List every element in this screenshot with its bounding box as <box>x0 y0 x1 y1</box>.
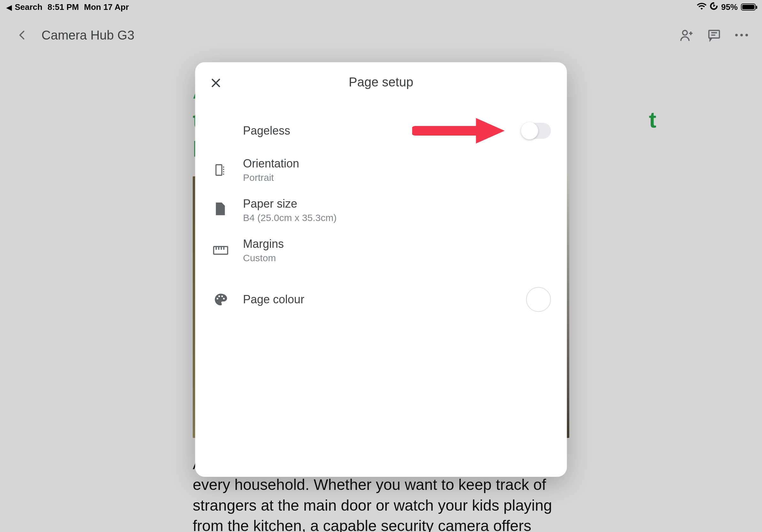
pageless-toggle[interactable] <box>521 123 551 139</box>
svg-point-5 <box>745 34 748 36</box>
orientation-value: Portrait <box>243 172 551 183</box>
status-time: 8:51 PM <box>47 2 79 12</box>
status-bar: ◀ Search 8:51 PM Mon 17 Apr 95% <box>0 0 762 14</box>
margins-value: Custom <box>243 253 551 263</box>
back-to-app[interactable]: ◀ Search <box>6 2 42 12</box>
pageless-label: Pageless <box>243 124 521 137</box>
document-title[interactable]: Camera Hub G3 <box>41 28 134 42</box>
close-button[interactable] <box>208 75 224 91</box>
ruler-icon <box>211 241 230 260</box>
margins-label: Margins <box>243 237 551 251</box>
page-colour-label: Page colour <box>243 293 526 306</box>
more-menu-icon[interactable] <box>734 28 749 43</box>
svg-point-3 <box>735 34 738 36</box>
page-setup-modal: Page setup Pageless Orientation Portrait <box>195 62 567 477</box>
palette-icon <box>211 290 230 309</box>
orientation-label: Orientation <box>243 157 551 170</box>
paper-size-value: B4 (25.0cm x 35.3cm) <box>243 212 551 223</box>
modal-title: Page setup <box>208 75 554 89</box>
battery-icon <box>741 4 756 11</box>
orientation-row[interactable]: Orientation Portrait <box>195 150 567 190</box>
page-colour-swatch[interactable] <box>526 287 551 312</box>
svg-rect-2 <box>709 30 720 38</box>
orientation-icon <box>211 161 230 179</box>
paper-size-label: Paper size <box>243 197 551 211</box>
svg-point-0 <box>713 5 715 6</box>
status-date: Mon 17 Apr <box>84 2 129 12</box>
orientation-lock-icon <box>710 2 718 13</box>
margins-row[interactable]: Margins Custom <box>195 230 567 270</box>
paper-icon <box>211 201 230 220</box>
back-button[interactable] <box>13 26 32 45</box>
share-person-icon[interactable] <box>679 28 694 43</box>
wifi-icon <box>697 2 707 12</box>
paper-size-row[interactable]: Paper size B4 (25.0cm x 35.3cm) <box>195 190 567 230</box>
svg-point-1 <box>683 30 687 35</box>
app-header: Camera Hub G3 <box>0 19 762 51</box>
pageless-row[interactable]: Pageless <box>195 112 567 150</box>
svg-rect-6 <box>216 165 222 175</box>
page-colour-row[interactable]: Page colour <box>195 280 567 319</box>
svg-point-4 <box>740 34 743 36</box>
comment-icon[interactable] <box>707 28 722 43</box>
battery-percent: 95% <box>721 2 738 12</box>
